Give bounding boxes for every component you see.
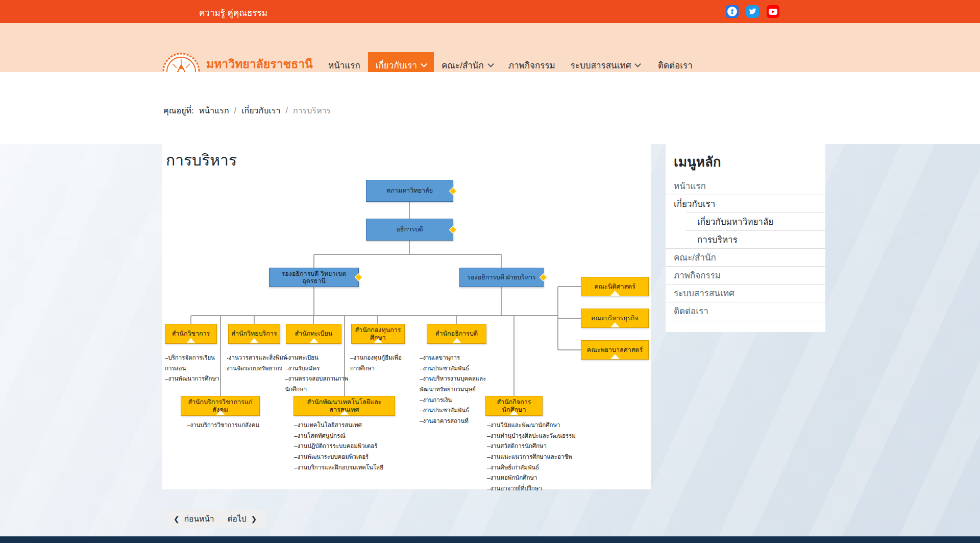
- org-functions-technology: –งานเทคโนโลยีสารสนเทศ–งานโสตทัศนูปกรณ์–ง…: [294, 420, 414, 473]
- org-function-item: –งานประชาสัมพันธ์: [420, 363, 500, 374]
- org-node-label: สำนักวิทยบริการ: [231, 330, 277, 337]
- org-node-office-academic: สำนักวิชาการ: [165, 324, 217, 344]
- notch-icon: [610, 291, 620, 296]
- topbar-slogan: ความรู้ คู่คุณธรรม: [199, 6, 267, 19]
- notch-icon: [610, 354, 620, 359]
- org-function-item: –งานทำนุบำรุงศิลปะและวัฒนธรรม: [487, 431, 602, 441]
- breadcrumb-separator: /: [285, 106, 287, 115]
- notch-icon: [309, 338, 318, 343]
- org-node-rector: อธิการบดี: [366, 219, 453, 241]
- org-node-vp-admin: รองอธิการบดี ฝ่ายบริหาร: [459, 268, 544, 287]
- org-node-label: คณะนิติศาสตร์: [594, 283, 635, 290]
- org-function-item: –งานอาจารย์ที่ปรึกษา: [487, 483, 602, 494]
- next-page-button[interactable]: ต่อไป ❯: [228, 512, 257, 525]
- notch-icon: [250, 338, 259, 343]
- org-functions-student-affairs: –งานวินัยและพัฒนานักศึกษา–งานทำนุบำรุงศิ…: [487, 420, 602, 494]
- org-node-office-education-fund: สำนักกองทุนการศึกษา: [351, 324, 405, 344]
- nav-label: เกี่ยวกับเรา: [376, 58, 417, 72]
- breadcrumb-prefix: คุณอยู่ที่:: [163, 104, 194, 117]
- org-node-vp-campus: รองอธิการบดี วิทยาเขตอุดรธานี: [269, 268, 359, 287]
- org-function-item: –งานวินัยและพัฒนานักศึกษา: [487, 420, 602, 431]
- next-page-label: ต่อไป: [228, 512, 247, 525]
- org-node-faculty-law: คณะนิติศาสตร์: [581, 277, 649, 296]
- site-header: มหาวิทยาลัยราชธานี วิทยาเขตอุดรธานี หน้า…: [0, 23, 980, 72]
- org-node-label: สำนักอธิการบดี: [435, 330, 478, 337]
- facebook-glyph: f: [727, 7, 737, 16]
- chevron-down-icon: [487, 61, 494, 67]
- breadcrumb-current: การบริหาร: [293, 104, 331, 117]
- org-node-office-registrar: สำนักทะเบียน: [286, 324, 341, 344]
- university-name-line1: มหาวิทยาลัยราชธานี: [206, 57, 313, 72]
- org-function-item: –งานตรวจสอบสถานภาพนักศึกษา: [285, 373, 352, 394]
- org-function-item: –งานเทคโนโลยีสารสนเทศ: [294, 420, 414, 431]
- org-functions-library: -งานวารสารและสิ่งพิมพ์งานจัดระบบทรัพยากร: [227, 352, 289, 373]
- org-function-item: –งานรับสมัคร: [285, 363, 352, 374]
- page-root: { "topbar": { "slogan": "ความรู้ คู่คุณธ…: [0, 0, 980, 543]
- org-node-label: อธิการบดี: [396, 226, 423, 233]
- org-function-item: –งานกองทุนกู้ยืมเพื่อการศึกษา: [350, 352, 407, 373]
- org-function-item: -งานวารสารและสิ่งพิมพ์: [227, 352, 289, 363]
- org-function-item: –งานปฏิบัติการระบบคอมพิวเตอร์: [294, 441, 414, 452]
- org-function-item: –งานพัฒนาการศึกษา: [165, 373, 220, 384]
- notch-icon: [216, 410, 225, 415]
- facebook-icon[interactable]: f: [726, 5, 739, 18]
- breadcrumb-link-about[interactable]: เกี่ยวกับเรา: [241, 104, 280, 117]
- org-function-item: –งานบริการวิชาการแก่สังคม: [187, 420, 294, 431]
- org-functions-academic-service: –งานบริการวิชาการแก่สังคม: [187, 420, 294, 431]
- sidebar-item-contact-us[interactable]: ติดต่อเรา: [666, 302, 825, 320]
- twitter-icon[interactable]: [746, 5, 759, 18]
- org-function-item: –งานโสตทัศนูปกรณ์: [294, 431, 414, 441]
- sidebar-item-about-us[interactable]: เกี่ยวกับเรา: [666, 195, 825, 213]
- chevron-down-icon: [421, 61, 427, 67]
- org-node-label: รองอธิการบดี วิทยาเขตอุดรธานี: [272, 270, 356, 285]
- nav-label: ภาพกิจกรรม: [508, 58, 555, 72]
- org-functions-education-fund: –งานกองทุนกู้ยืมเพื่อการศึกษา: [350, 352, 407, 373]
- org-function-item: –งานพัฒนาระบบคอมพิวเตอร์: [294, 452, 414, 462]
- org-functions-registrar: –งานทะเบียน–งานรับสมัคร–งานตรวจสอบสถานภา…: [285, 352, 352, 395]
- notch-icon: [374, 338, 383, 343]
- org-function-item: –งานแนะแนวการศึกษาและอาชีพ: [487, 452, 602, 462]
- chevron-left-icon: ❮: [174, 515, 180, 523]
- notch-icon: [340, 410, 349, 415]
- notch-icon: [186, 338, 195, 343]
- notch-icon: [452, 338, 461, 343]
- org-node-university-council: สภามหาวิทยาลัย: [366, 180, 453, 202]
- youtube-icon[interactable]: [767, 5, 779, 18]
- breadcrumb-band: คุณอยู่ที่: หน้าแรก / เกี่ยวกับเรา / การ…: [0, 72, 980, 144]
- org-node-label: สำนักวิชาการ: [172, 330, 210, 337]
- org-function-item: –งานการเงิน: [420, 395, 500, 406]
- org-node-label: สภามหาวิทยาลัย: [386, 187, 433, 194]
- sidebar-item-home[interactable]: หน้าแรก: [666, 177, 825, 195]
- org-node-office-technology: สำนักพัฒนาเทคโนโลยีและสารสนเทศ: [293, 396, 395, 416]
- sidebar-item-faculty[interactable]: คณะ/สำนัก: [666, 249, 825, 267]
- footer-strip: [0, 536, 980, 543]
- org-functions-academic: –บริการจัดการเรียนการสอน–งานพัฒนาการศึกษ…: [165, 352, 220, 384]
- sidebar-title: เมนูหลัก: [674, 151, 825, 172]
- previous-page-button[interactable]: ❮ ก่อนหน้า: [174, 512, 214, 525]
- sidebar-item-about-university[interactable]: เกี่ยวกับมหาวิทยาลัย: [666, 213, 825, 231]
- org-node-label: สำนักทะเบียน: [295, 330, 333, 337]
- sidebar-item-gallery[interactable]: ภาพกิจกรรม: [666, 267, 825, 285]
- org-node-faculty-business: คณะบริหารธุรกิจ: [581, 309, 649, 328]
- nav-label: คณะ/สำนัก: [442, 58, 484, 72]
- sidebar-item-administration[interactable]: การบริหาร: [666, 231, 825, 249]
- notch-icon: [610, 322, 620, 327]
- org-node-label: คณะบริหารธุรกิจ: [591, 315, 639, 322]
- chevron-right-icon: ❯: [251, 515, 257, 523]
- nav-label: หน้าแรก: [328, 58, 360, 72]
- breadcrumb: คุณอยู่ที่: หน้าแรก / เกี่ยวกับเรา / การ…: [163, 104, 331, 117]
- org-node-office-library: สำนักวิทยบริการ: [228, 324, 280, 344]
- org-function-item: –งานทะเบียน: [285, 352, 352, 363]
- org-function-item: –งานศิษย์เก่าสัมพันธ์: [487, 462, 602, 473]
- previous-page-label: ก่อนหน้า: [184, 512, 214, 525]
- topbar: ความรู้ คู่คุณธรรม f: [0, 0, 980, 23]
- nav-label: ติดต่อเรา: [658, 58, 693, 72]
- sidebar-item-information-system[interactable]: ระบบสารสนเทศ: [666, 285, 825, 302]
- twitter-bird-glyph: [748, 7, 757, 16]
- org-function-item: –งานสวัสดิการนักศึกษา: [487, 441, 602, 452]
- breadcrumb-separator: /: [234, 106, 236, 115]
- breadcrumb-link-home[interactable]: หน้าแรก: [199, 104, 229, 117]
- org-function-item: งานจัดระบบทรัพยากร: [227, 363, 289, 374]
- nav-label: ระบบสารสนเทศ: [571, 58, 631, 72]
- sidebar: เมนูหลัก หน้าแรก เกี่ยวกับเรา เกี่ยวกับม…: [666, 144, 825, 332]
